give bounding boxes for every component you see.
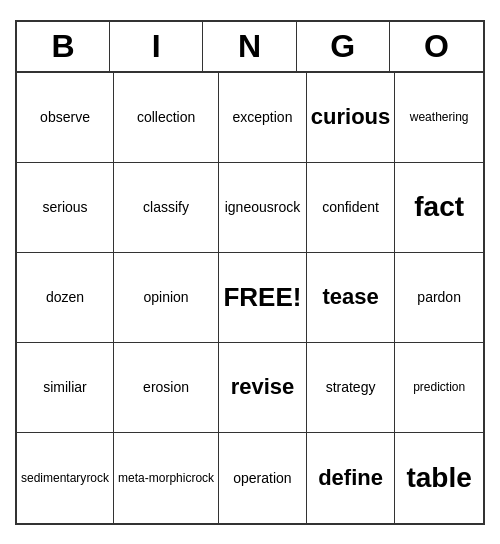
bingo-cell: fact xyxy=(395,163,483,253)
bingo-cell: weathering xyxy=(395,73,483,163)
bingo-cell: tease xyxy=(307,253,395,343)
bingo-cell: confident xyxy=(307,163,395,253)
bingo-cell: strategy xyxy=(307,343,395,433)
bingo-grid: observecollectionexceptioncuriousweather… xyxy=(17,73,483,523)
bingo-card: BINGO observecollectionexceptioncuriousw… xyxy=(15,20,485,525)
header-letter: I xyxy=(110,22,203,71)
bingo-cell: table xyxy=(395,433,483,523)
bingo-cell: exception xyxy=(219,73,307,163)
bingo-cell: curious xyxy=(307,73,395,163)
bingo-cell: opinion xyxy=(114,253,219,343)
header-letter: B xyxy=(17,22,110,71)
bingo-cell: dozen xyxy=(17,253,114,343)
header-letter: N xyxy=(203,22,296,71)
bingo-cell: FREE! xyxy=(219,253,307,343)
bingo-cell: observe xyxy=(17,73,114,163)
bingo-cell: collection xyxy=(114,73,219,163)
header-letter: O xyxy=(390,22,483,71)
bingo-cell: pardon xyxy=(395,253,483,343)
bingo-cell: erosion xyxy=(114,343,219,433)
bingo-cell: revise xyxy=(219,343,307,433)
header-letter: G xyxy=(297,22,390,71)
bingo-cell: serious xyxy=(17,163,114,253)
bingo-cell: define xyxy=(307,433,395,523)
bingo-cell: sedimentaryrock xyxy=(17,433,114,523)
bingo-header: BINGO xyxy=(17,22,483,73)
bingo-cell: igneousrock xyxy=(219,163,307,253)
bingo-cell: similiar xyxy=(17,343,114,433)
bingo-cell: meta-morphicrock xyxy=(114,433,219,523)
bingo-cell: operation xyxy=(219,433,307,523)
bingo-cell: classify xyxy=(114,163,219,253)
bingo-cell: prediction xyxy=(395,343,483,433)
